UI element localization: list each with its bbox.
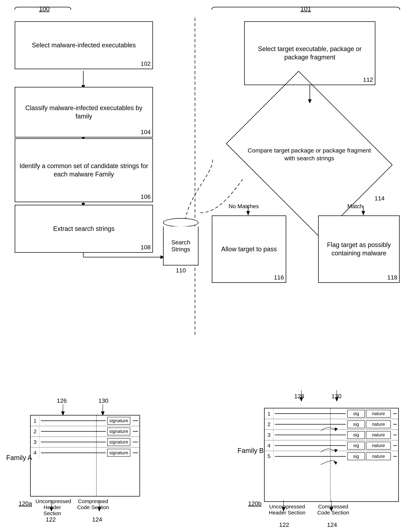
diagram-container: 100 101 Select malware-infected executab… [0, 0, 411, 532]
box-extract-strings: Extract search strings 108 [15, 205, 153, 253]
diamond-text: Compare target package or package fragme… [246, 146, 372, 162]
family-b-row-2: 2 sig nature [265, 419, 398, 430]
family-a-diagram: 1 signature 2 signature 3 signature 4 si… [30, 415, 140, 496]
family-a-row-4: 4 signature [31, 447, 140, 458]
family-a-id-122: 122 [46, 516, 56, 523]
family-b-divider [330, 408, 331, 501]
cylinder-body: Search Strings [163, 227, 198, 266]
family-a-row-1: 1 signature [31, 416, 140, 426]
family-a-row-3: 3 signature [31, 437, 140, 447]
family-a-id-124: 124 [92, 516, 102, 523]
match-label: Match [347, 203, 363, 209]
family-b-diagram: 1 sig nature 2 sig nature 3 sig nature 4… [264, 408, 399, 502]
diamond-compare: Compare target package or package fragme… [243, 103, 376, 206]
cylinder-top [163, 218, 198, 227]
family-a-row-2: 2 signature [31, 426, 140, 437]
family-b-row-3: 3 sig nature [265, 430, 398, 440]
family-a-id: 120a [19, 500, 32, 507]
family-b-label: Family B [237, 447, 264, 455]
box-select-malware: Select malware-infected executables 102 [15, 21, 153, 69]
no-matches-label: No Matches [229, 203, 259, 209]
family-b-section2: Compressed Code Section [316, 504, 351, 516]
family-b-row-4: 4 sig nature [265, 440, 398, 451]
box-select-target: Select target executable, package or pac… [244, 21, 375, 85]
box-identify-strings: Identify a common set of candidate strin… [15, 138, 153, 202]
group-label-101: 101 [300, 5, 311, 13]
family-b-id: 120b [248, 500, 262, 507]
group-label-100: 100 [39, 5, 50, 13]
family-b-row-1: 1 sig nature [265, 408, 398, 419]
box-flag-target: Flag target as possibly containing malwa… [318, 216, 400, 283]
family-a-section1: Uncompressed Header Section [36, 498, 69, 516]
svg-marker-19 [362, 211, 365, 216]
cylinder-search-strings: Search Strings 110 [163, 218, 198, 274]
label-128: 128 [294, 393, 304, 400]
label-130-b: 130 [331, 393, 342, 400]
family-b-row-5: 5 sig nature [265, 451, 398, 462]
label-126: 126 [57, 397, 67, 404]
svg-marker-16 [246, 211, 250, 216]
family-a-label: Family A [6, 454, 32, 462]
family-b-section1: Uncompressed Header Section [268, 504, 307, 516]
family-b-id-124: 124 [327, 521, 337, 528]
box-classify-malware: Classify malware-infected executables by… [15, 87, 153, 137]
family-a-section2: Compressed Code Section [76, 498, 110, 510]
family-a-divider [96, 416, 97, 496]
family-b-id-122: 122 [279, 521, 289, 528]
label-130-a: 130 [98, 397, 108, 404]
box-allow-target: Allow target to pass 116 [212, 216, 286, 283]
